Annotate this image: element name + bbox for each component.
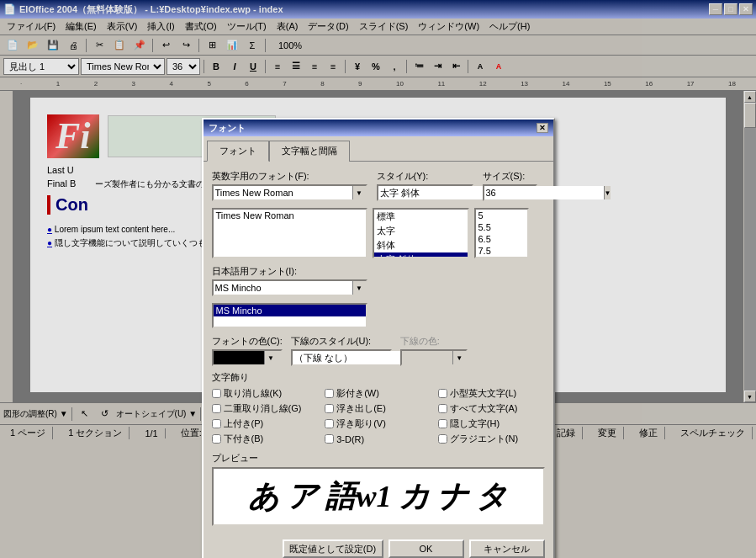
cb-allcaps: すべて大文字(A)	[438, 402, 545, 415]
tab-font[interactable]: フォント	[207, 141, 269, 162]
default-btn[interactable]: 既定値として設定(D)	[283, 539, 383, 558]
cb-strikethrough-input[interactable]	[212, 389, 221, 398]
font-listbox-container: Times New Roman	[212, 208, 367, 258]
style-listbox-container: 標準 太字 斜体 太字 斜体	[373, 208, 469, 258]
style-item-italic[interactable]: 斜体	[374, 238, 468, 252]
size-label: サイズ(S):	[483, 170, 542, 183]
modal-overlay: フォント ✕ フォント 文字幅と間隔 英数字用のフォント(F): ▼	[0, 0, 756, 558]
cb-hidden-input[interactable]	[438, 419, 447, 428]
cb-strikethrough-label: 取り消し線(K)	[224, 387, 283, 400]
underline-color-group: 下線の色: ▼	[400, 335, 468, 366]
cb-threed-label: 3-D(R)	[336, 434, 364, 444]
cb-gradient-input[interactable]	[438, 434, 447, 444]
underline-style-group: 下線のスタイル(U): ▼	[291, 335, 392, 366]
size-item-5[interactable]: 5	[476, 210, 527, 221]
jp-font-item-mincho[interactable]: MS Mincho	[214, 305, 366, 316]
size-dropdown[interactable]: ▼	[604, 186, 611, 199]
cb-super: 上付き(P)	[212, 417, 319, 430]
size-item-65[interactable]: 6.5	[476, 233, 527, 245]
size-listbox[interactable]: 5 5.5 6.5 7.5	[474, 208, 529, 258]
underline-combo[interactable]: ▼	[291, 349, 392, 366]
font-name-label: 英数字用のフォント(F):	[212, 170, 372, 183]
size-input[interactable]	[484, 186, 604, 199]
app-window: 📄 EIOffice 2004（無料体験版） - L:¥Desktop¥inde…	[0, 0, 756, 558]
font-color-swatch	[214, 351, 264, 364]
font-dialog: フォント ✕ フォント 文字幅と間隔 英数字用のフォント(F): ▼	[202, 118, 555, 558]
font-color-group: フォントの色(C): ▼	[212, 335, 283, 366]
cb-dstrike-label: 二重取り消し線(G)	[224, 402, 302, 415]
font-listbox[interactable]: Times New Roman	[212, 208, 367, 258]
jp-font-label: 日本語用フォント(I):	[212, 265, 367, 278]
cb-sub-input[interactable]	[212, 434, 221, 444]
cb-dstrike-input[interactable]	[212, 404, 221, 413]
cb-emboss-label: 浮き出し(E)	[336, 402, 386, 415]
font-style-col: スタイル(Y): ▼	[377, 170, 478, 201]
ok-btn[interactable]: OK	[389, 539, 464, 558]
cancel-btn[interactable]: キャンセル	[469, 539, 545, 558]
font-color-swatch-container[interactable]: ▼	[212, 349, 283, 366]
style-listbox[interactable]: 標準 太字 斜体 太字 斜体	[373, 208, 469, 258]
cb-smallcaps-input[interactable]	[438, 389, 447, 398]
jp-font-listbox[interactable]: MS Mincho	[212, 303, 367, 328]
font-color-dropdown[interactable]: ▼	[264, 351, 278, 364]
size-combo[interactable]: ▼	[483, 184, 537, 201]
checkbox-grid: 取り消し線(K) 影付き(W) 小型英大文字(L) 二重取り消し線(G)	[212, 387, 545, 445]
size-item-75[interactable]: 7.5	[476, 245, 527, 257]
preview-section: プレビュー あ ア 語w1 カ ナ タ	[212, 452, 545, 526]
font-name-combo[interactable]: ▼	[212, 184, 367, 201]
jp-font-combo[interactable]: ▼	[212, 279, 367, 296]
cb-sub: 下付き(B)	[212, 433, 319, 445]
cb-engrave-input[interactable]	[325, 419, 334, 428]
tab-spacing[interactable]: 文字幅と間隔	[269, 141, 350, 162]
cb-super-label: 上付き(P)	[224, 417, 264, 430]
decoration-label: 文字飾り	[212, 371, 545, 384]
cb-allcaps-input[interactable]	[438, 404, 447, 413]
cb-emboss-input[interactable]	[325, 404, 334, 413]
color-row: フォントの色(C): ▼ 下線のスタイル(U): ▼	[212, 335, 545, 366]
jp-font-listbox-container: MS Mincho	[212, 303, 545, 328]
cb-threed-input[interactable]	[325, 434, 334, 444]
cb-gradient-label: グラジエント(N)	[450, 433, 518, 445]
dialog-title: フォント	[209, 122, 537, 135]
font-name-col: 英数字用のフォント(F): ▼	[212, 170, 372, 201]
cb-dstrike: 二重取り消し線(G)	[212, 402, 319, 415]
dialog-title-bar: フォント ✕	[204, 120, 553, 136]
font-size-col: サイズ(S): ▼	[483, 170, 542, 201]
listboxes-row: Times New Roman 標準 太字 斜体 太字 斜体	[212, 208, 545, 258]
cb-shadow-input[interactable]	[325, 389, 334, 398]
font-name-input[interactable]	[214, 186, 352, 199]
jp-font-group: 日本語用フォント(I): ▼	[212, 265, 367, 296]
style-item-bold[interactable]: 太字	[374, 224, 468, 238]
size-item-55[interactable]: 5.5	[476, 221, 527, 233]
font-color-label: フォントの色(C):	[212, 335, 283, 348]
font-top-row: 英数字用のフォント(F): ▼ スタイル(Y): ▼	[212, 170, 545, 201]
style-combo[interactable]: ▼	[377, 184, 473, 201]
underline-style-input[interactable]	[293, 351, 412, 364]
underline-color-swatch	[402, 351, 452, 364]
cb-smallcaps-label: 小型英大文字(L)	[450, 387, 516, 400]
font-item-times[interactable]: Times New Roman	[214, 210, 366, 221]
style-label: スタイル(Y):	[377, 170, 478, 183]
underline-color-dropdown[interactable]: ▼	[452, 351, 466, 364]
font-name-dropdown[interactable]: ▼	[352, 186, 366, 199]
preview-box: あ ア 語w1 カ ナ タ	[212, 467, 545, 526]
style-input[interactable]	[378, 186, 498, 199]
jp-font-dropdown[interactable]: ▼	[352, 281, 366, 295]
size-listbox-container: 5 5.5 6.5 7.5	[474, 208, 529, 258]
underline-color-label: 下線の色:	[400, 335, 468, 348]
jp-font-row: 日本語用フォント(I): ▼	[212, 265, 545, 296]
style-item-bolditalic[interactable]: 太字 斜体	[374, 252, 468, 258]
underline-color-swatch-container[interactable]: ▼	[400, 349, 468, 366]
cb-shadow: 影付き(W)	[325, 387, 431, 400]
underline-style-label: 下線のスタイル(U):	[291, 335, 392, 348]
dialog-content: 英数字用のフォント(F): ▼ スタイル(Y): ▼	[204, 161, 553, 534]
preview-label: プレビュー	[212, 452, 545, 465]
cb-strikethrough: 取り消し線(K)	[212, 387, 319, 400]
dialog-close-btn[interactable]: ✕	[537, 123, 548, 133]
cb-threed: 3-D(R)	[325, 433, 431, 445]
cb-super-input[interactable]	[212, 419, 221, 428]
jp-font-input[interactable]	[214, 281, 352, 295]
style-item-normal[interactable]: 標準	[374, 210, 468, 224]
dialog-tabs: フォント 文字幅と間隔	[204, 136, 553, 161]
cb-gradient: グラジエント(N)	[438, 433, 545, 445]
